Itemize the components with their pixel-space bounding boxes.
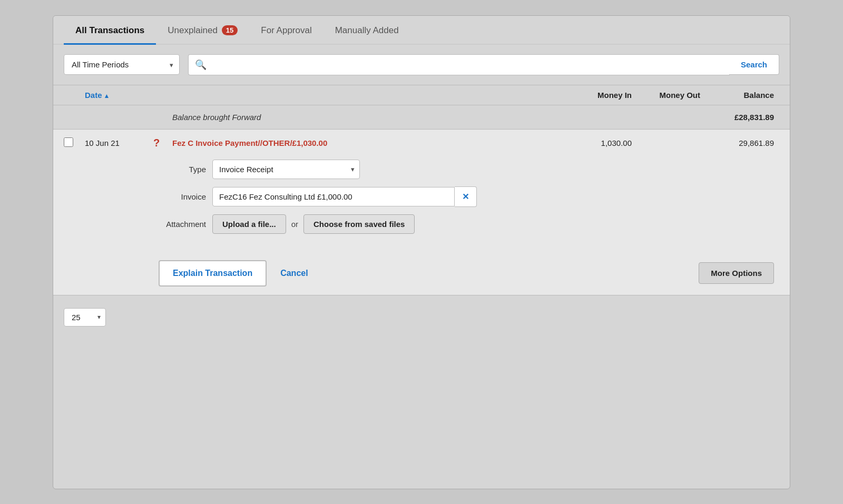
sort-arrow-icon: ▲ [104, 92, 110, 100]
tab-manual-label: Manually Added [335, 25, 399, 36]
search-input[interactable] [211, 60, 723, 69]
choose-saved-files-button[interactable]: Choose from saved files [303, 214, 415, 234]
per-page-select[interactable]: 25 10 50 100 [64, 308, 106, 327]
invoice-label: Invoice [159, 192, 206, 201]
balance-forward-label: Balance brought Forward [64, 113, 563, 122]
tx-moneyin: 1,030.00 [563, 139, 632, 147]
balance-forward-row: Balance brought Forward £28,831.89 [53, 105, 790, 130]
balance-forward-amount: £28,831.89 [700, 113, 779, 122]
tab-manually-added[interactable]: Manually Added [324, 16, 410, 45]
invoice-row: Invoice ✕ [159, 186, 779, 207]
or-text: or [291, 220, 298, 229]
invoice-input-wrapper: ✕ [212, 186, 477, 207]
transaction-row: 10 Jun 21 ? Fez C Invoice Payment//OTHER… [53, 130, 790, 295]
search-icon: 🔍 [195, 59, 207, 71]
transaction-main-row: 10 Jun 21 ? Fez C Invoice Payment//OTHER… [53, 130, 790, 154]
upload-file-button[interactable]: Upload a file... [212, 214, 286, 234]
period-select-wrapper: All Time Periods Last 30 Days Last 90 Da… [64, 54, 180, 75]
toolbar: All Time Periods Last 30 Days Last 90 Da… [53, 45, 790, 85]
type-row: Type Invoice Receipt Sales Other Income … [159, 160, 779, 179]
more-options-button[interactable]: More Options [699, 262, 774, 284]
tab-approval-label: For Approval [261, 25, 311, 36]
table-header: Date▲ Money In Money Out Balance [53, 85, 790, 105]
type-select[interactable]: Invoice Receipt Sales Other Income Trans… [212, 160, 360, 179]
tab-for-approval[interactable]: For Approval [249, 16, 323, 45]
header-balance-col: Balance [700, 91, 779, 100]
tx-checkbox-col[interactable] [64, 137, 85, 149]
unexplained-badge: 15 [222, 25, 238, 35]
search-wrapper: 🔍 [188, 54, 730, 75]
search-button[interactable]: Search [729, 54, 779, 75]
footer: 25 10 50 100 ▾ [53, 295, 790, 332]
header-date-col[interactable]: Date▲ [85, 91, 153, 100]
explain-transaction-button[interactable]: Explain Transaction [161, 263, 264, 284]
tab-all-label: All Transactions [75, 25, 144, 36]
tx-description[interactable]: Fez C Invoice Payment//OTHER/£1,030.00 [172, 139, 563, 147]
tab-unexplained-label: Unexplained [168, 25, 218, 36]
period-select[interactable]: All Time Periods Last 30 Days Last 90 Da… [64, 54, 180, 75]
invoice-clear-button[interactable]: ✕ [455, 186, 477, 207]
tx-flag-icon: ? [153, 137, 172, 149]
attachment-buttons: Upload a file... or Choose from saved fi… [212, 214, 415, 234]
explain-btn-wrapper: Explain Transaction [159, 260, 267, 286]
transaction-detail: Type Invoice Receipt Sales Other Income … [53, 154, 790, 252]
header-moneyin-col: Money In [563, 91, 632, 100]
type-select-wrapper: Invoice Receipt Sales Other Income Trans… [212, 160, 360, 179]
tx-balance: 29,861.89 [700, 139, 779, 147]
attachment-label: Attachment [159, 220, 206, 229]
type-label: Type [159, 165, 206, 174]
tab-unexplained[interactable]: Unexplained 15 [156, 16, 249, 45]
tx-date: 10 Jun 21 [85, 139, 153, 147]
app-container: All Transactions Unexplained 15 For Appr… [53, 15, 790, 489]
tab-all-transactions[interactable]: All Transactions [64, 16, 156, 45]
attachment-row: Attachment Upload a file... or Choose fr… [159, 214, 779, 234]
header-moneyout-col: Money Out [632, 91, 700, 100]
invoice-input[interactable] [212, 187, 455, 206]
cancel-button[interactable]: Cancel [276, 263, 312, 284]
action-row: Explain Transaction Cancel More Options [53, 252, 790, 295]
tx-checkbox-input[interactable] [64, 137, 73, 147]
tabs-bar: All Transactions Unexplained 15 For Appr… [53, 16, 790, 45]
per-page-select-wrapper: 25 10 50 100 ▾ [64, 308, 106, 327]
date-sort-label: Date▲ [85, 91, 110, 100]
